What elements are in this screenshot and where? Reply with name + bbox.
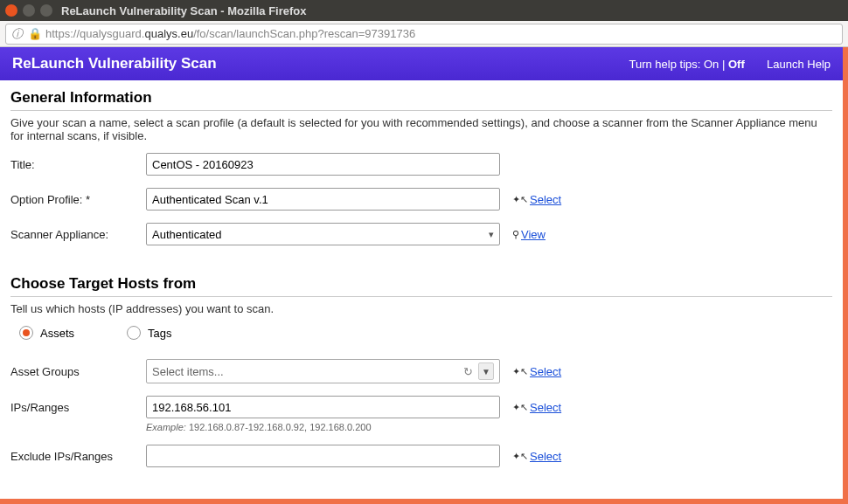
app-header: ReLaunch Vulnerability Scan Turn help ti… — [0, 47, 843, 80]
maximize-icon[interactable] — [40, 4, 52, 17]
scanner-appliance-label: Scanner Appliance: — [10, 228, 146, 241]
exclude-ips-label: Exclude IPs/Ranges — [10, 450, 146, 463]
exclude-ips-input[interactable] — [146, 445, 500, 467]
scanner-appliance-select[interactable]: Authenticated ▾ — [146, 223, 500, 245]
option-profile-input[interactable] — [146, 188, 500, 211]
exclude-ips-select-link[interactable]: Select — [530, 450, 561, 463]
chevron-down-icon: ▾ — [489, 229, 494, 240]
browser-url-bar: ⓘ 🔒 https://qualysguard.qualys.eu/fo/sca… — [0, 21, 848, 47]
lock-icon: 🔒 — [28, 27, 42, 40]
option-profile-select-link[interactable]: Select — [530, 193, 561, 206]
help-tips-off[interactable]: Off — [728, 58, 745, 71]
close-icon[interactable] — [5, 4, 17, 17]
asset-groups-label: Asset Groups — [10, 365, 146, 378]
title-input[interactable] — [146, 153, 500, 176]
ips-ranges-label: IPs/Ranges — [10, 401, 146, 414]
radio-tags-label: Tags — [148, 327, 171, 340]
help-tips-label: Turn help tips: — [629, 58, 700, 71]
info-icon: ⓘ — [11, 26, 23, 42]
radio-assets-label: Assets — [40, 327, 74, 340]
loading-icon: ↻ — [463, 365, 473, 378]
ips-ranges-select-link[interactable]: Select — [530, 401, 561, 414]
scanner-appliance-value: Authenticated — [152, 228, 222, 241]
radio-checked-icon — [19, 326, 33, 340]
page-title: ReLaunch Vulnerability Scan — [12, 55, 217, 72]
radio-unchecked-icon — [127, 326, 141, 340]
choose-targets-heading: Choose Target Hosts from — [10, 275, 832, 293]
url-domain: qualys.eu — [144, 27, 193, 40]
window-title: ReLaunch Vulnerability Scan - Mozilla Fi… — [61, 4, 307, 17]
title-label: Title: — [10, 158, 146, 171]
scanner-view-link[interactable]: View — [521, 228, 546, 241]
radio-assets[interactable]: Assets — [19, 326, 74, 340]
choose-targets-description: Tell us which hosts (IP addresses) you w… — [10, 302, 832, 315]
help-tips-on[interactable]: On — [704, 58, 719, 71]
general-info-heading: General Information — [10, 89, 832, 107]
url-prefix: https://qualysguard. — [45, 27, 144, 40]
example-label: Example: — [146, 422, 186, 432]
launch-help-link[interactable]: Launch Help — [767, 58, 831, 71]
radio-tags[interactable]: Tags — [127, 326, 171, 340]
example-value: 192.168.0.87-192.168.0.92, 192.168.0.200 — [189, 422, 372, 432]
cursor-icon: ✦↖ — [512, 366, 528, 377]
window-titlebar: ReLaunch Vulnerability Scan - Mozilla Fi… — [0, 0, 848, 21]
cursor-icon: ✦↖ — [512, 194, 528, 205]
asset-groups-select[interactable]: Select items... ↻ ▼ — [146, 359, 500, 383]
asset-groups-select-link[interactable]: Select — [530, 365, 561, 378]
general-info-description: Give your scan a name, select a scan pro… — [10, 116, 832, 142]
magnify-icon: ⚲ — [512, 229, 519, 240]
cursor-icon: ✦↖ — [512, 451, 528, 462]
option-profile-label: Option Profile: * — [10, 193, 146, 206]
ips-ranges-input[interactable] — [146, 396, 500, 418]
url-input[interactable]: ⓘ 🔒 https://qualysguard.qualys.eu/fo/sca… — [5, 24, 843, 45]
cursor-icon: ✦↖ — [512, 402, 528, 413]
chevron-down-icon: ▼ — [478, 362, 494, 380]
asset-groups-placeholder: Select items... — [152, 365, 224, 378]
url-path: /fo/scan/launchScan.php?rescan=97391736 — [193, 27, 415, 40]
minimize-icon[interactable] — [23, 4, 35, 17]
